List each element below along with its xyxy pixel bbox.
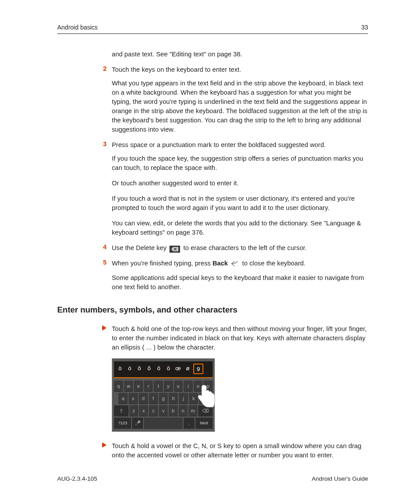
header-section: Android basics — [57, 24, 98, 31]
key: m — [188, 405, 197, 416]
key: g — [159, 393, 168, 404]
key: k — [189, 393, 198, 404]
keyboard-popup-row: ò ó ô õ ö ō œ ø 9 — [114, 361, 213, 378]
bullet-item: Touch & hold a vowel or the C, N, or S k… — [112, 441, 368, 460]
keyboard-row-2: a s d f g h j k l — [114, 393, 213, 404]
popup-char: õ — [145, 364, 153, 372]
step-lead: Touch the keys on the keyboard to enter … — [112, 65, 368, 74]
step-lead: Use the Delete key to erase characters t… — [112, 243, 368, 253]
step-2: 2 Touch the keys on the keyboard to ente… — [112, 65, 368, 134]
delete-key-icon — [169, 246, 180, 253]
key: q — [114, 380, 123, 392]
back-arrow-icon — [231, 260, 239, 269]
mic-key: 🎤 — [132, 417, 143, 429]
keyboard-row-1: q w e r t y u i o p — [114, 380, 213, 392]
keyboard-illustration: ò ó ô õ ö ō œ ø 9 q w e r t y u — [112, 358, 215, 432]
step-body: You can view, edit, or delete the words … — [112, 219, 368, 237]
bullet-text: Touch & hold one of the top-row keys and… — [112, 324, 368, 352]
keyboard-row-3: ⇧ z x c v b n m ⌫ — [114, 405, 213, 416]
step-body: Or touch another suggested word to enter… — [112, 179, 368, 188]
key: i — [184, 380, 193, 392]
lead-pre: Use the Delete key — [112, 244, 168, 251]
step-lead: When you're finished typing, press Back … — [112, 259, 368, 269]
step-body: Some applications add special keys to th… — [112, 273, 368, 292]
lead-bold: Back — [213, 260, 228, 267]
header-page-number: 33 — [361, 24, 368, 31]
keyboard-row-4: ?123 🎤 . Next — [114, 417, 213, 429]
key: v — [159, 405, 168, 416]
step-body: If you touch the space key, the suggesti… — [112, 154, 368, 173]
step-body: If you touch a word that is not in the s… — [112, 194, 368, 213]
key: l — [199, 393, 208, 404]
body-column: and paste text. See "Editing text" on pa… — [57, 50, 368, 460]
key: d — [139, 393, 148, 404]
key: t — [154, 380, 163, 392]
bullet-item: Touch & hold one of the top-row keys and… — [112, 324, 368, 432]
key: a — [118, 393, 128, 404]
key: w — [124, 380, 133, 392]
key: x — [139, 405, 148, 416]
running-footer: AUG-2.3.4-105 Android User's Guide — [57, 475, 368, 482]
popup-char: ò — [116, 364, 124, 372]
lead-pre: When you're finished typing, press — [112, 260, 213, 267]
key: p — [203, 380, 213, 392]
popup-char: ø — [184, 364, 192, 372]
key: s — [129, 393, 138, 404]
popup-char: ö — [155, 364, 163, 372]
triangle-bullet-icon — [102, 325, 107, 331]
section-heading: Enter numbers, symbols, and other charac… — [57, 305, 368, 315]
step-number: 3 — [103, 140, 107, 147]
running-header: Android basics 33 — [57, 24, 368, 34]
document-page: Android basics 33 and paste text. See "E… — [0, 0, 420, 504]
step-number: 4 — [103, 243, 107, 250]
step-number: 5 — [103, 259, 107, 266]
key: f — [149, 393, 158, 404]
next-key: Next — [195, 417, 213, 429]
popup-char: œ — [174, 364, 182, 372]
footer-doc-id: AUG-2.3.4-105 — [57, 475, 97, 482]
key: z — [129, 405, 138, 416]
key: u — [174, 380, 183, 392]
step-lead: Press space or a punctuation mark to ent… — [112, 140, 368, 150]
footer-title: Android User's Guide — [312, 475, 368, 482]
step-3: 3 Press space or a punctuation mark to e… — [112, 140, 368, 237]
key: e — [134, 380, 143, 392]
key: h — [169, 393, 178, 404]
key: y — [164, 380, 173, 392]
space-key — [144, 417, 183, 429]
symbols-key: ?123 — [114, 417, 131, 429]
key: r — [144, 380, 153, 392]
period-key: . — [184, 417, 195, 429]
bullet-text: Touch & hold a vowel or the C, N, or S k… — [112, 441, 368, 460]
shift-key: ⇧ — [114, 405, 129, 416]
key: o — [194, 380, 203, 392]
step-5: 5 When you're finished typing, press Bac… — [112, 259, 368, 292]
lead-post: to erase characters to the left of the c… — [184, 244, 307, 251]
key: c — [149, 405, 158, 416]
key: n — [179, 405, 188, 416]
popup-char: ó — [125, 364, 134, 372]
step-4: 4 Use the Delete key to erase characters… — [112, 243, 368, 253]
step-body: What you type appears in the text field … — [112, 79, 368, 134]
popup-char: ō — [164, 364, 173, 372]
lead-post: to close the keyboard. — [242, 260, 306, 267]
delete-key: ⌫ — [198, 405, 213, 416]
step-number: 2 — [103, 65, 107, 72]
triangle-bullet-icon — [102, 442, 107, 448]
intro-tail: and paste text. See "Editing text" on pa… — [112, 50, 368, 59]
popup-char-selected: 9 — [193, 364, 203, 374]
key: b — [169, 405, 177, 416]
popup-char: ô — [135, 364, 144, 372]
key: j — [179, 393, 188, 404]
